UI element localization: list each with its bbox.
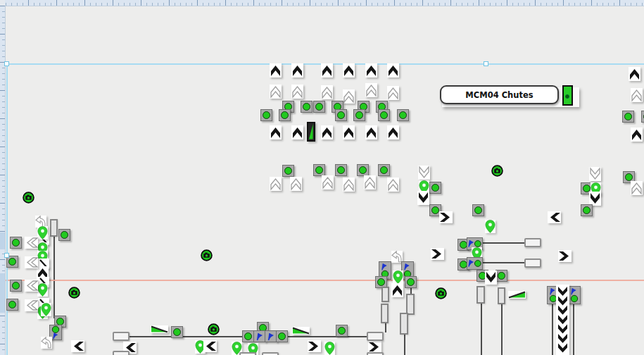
- chevron-up-outline-icon[interactable]: [321, 85, 333, 99]
- chevron-left-outline-icon[interactable]: [25, 256, 38, 268]
- status-dot[interactable]: [10, 237, 22, 249]
- chevron-up-icon[interactable]: [629, 67, 640, 81]
- chevron-up-outline-icon[interactable]: [270, 85, 282, 99]
- chevron-up-icon[interactable]: [391, 283, 403, 297]
- chevron-down-icon[interactable]: [485, 270, 497, 285]
- chevron-up-outline-icon[interactable]: [270, 177, 282, 191]
- status-dot[interactable]: [313, 164, 325, 176]
- chevron-left-icon[interactable]: [203, 340, 217, 352]
- chevron-up-icon[interactable]: [270, 125, 282, 139]
- mcm04-chutes-button[interactable]: MCM04 Chutes: [440, 85, 559, 104]
- status-dot[interactable]: [276, 330, 288, 342]
- camera-icon[interactable]: [491, 165, 503, 177]
- status-dot[interactable]: [58, 229, 70, 241]
- chevron-down-outline-icon[interactable]: [589, 167, 601, 181]
- chevron-up-icon[interactable]: [270, 63, 282, 77]
- location-pin-icon[interactable]: [324, 342, 335, 355]
- chevron-up-icon[interactable]: [291, 125, 303, 139]
- camera-icon[interactable]: [23, 192, 34, 204]
- conveyor-segment[interactable]: [381, 304, 389, 323]
- chevron-up-icon[interactable]: [387, 125, 399, 139]
- location-pin-icon[interactable]: [37, 226, 48, 239]
- chevron-column-down[interactable]: [556, 285, 569, 355]
- divert-status-tile[interactable]: [467, 257, 483, 270]
- selection-handle[interactable]: [4, 253, 9, 258]
- chevron-up-icon[interactable]: [631, 127, 643, 142]
- status-dot[interactable]: [353, 109, 365, 121]
- conveyor-segment[interactable]: [50, 219, 58, 237]
- chevron-left-outline-icon[interactable]: [25, 280, 38, 292]
- status-dot[interactable]: [335, 109, 347, 121]
- conveyor-segment[interactable]: [381, 287, 389, 302]
- chevron-up-outline-icon[interactable]: [290, 177, 302, 191]
- conveyor-endcap[interactable]: [239, 352, 256, 355]
- conveyor-endcap[interactable]: [524, 238, 541, 247]
- chevron-up-outline-icon[interactable]: [387, 178, 399, 192]
- chevron-right-icon[interactable]: [431, 248, 444, 260]
- door-indicator[interactable]: [562, 85, 573, 106]
- status-dot[interactable]: [260, 109, 272, 121]
- conveyor-segment[interactable]: [476, 286, 485, 304]
- location-pin-icon[interactable]: [41, 303, 51, 316]
- status-dot[interactable]: [378, 164, 390, 176]
- chevron-up-icon[interactable]: [365, 63, 377, 77]
- conveyor-segment[interactable]: [406, 294, 415, 315]
- ramp-indicator[interactable]: [292, 327, 310, 335]
- status-dot[interactable]: [6, 299, 18, 311]
- chevron-left-icon[interactable]: [548, 211, 561, 223]
- camera-icon[interactable]: [208, 323, 220, 335]
- design-canvas[interactable]: MCM04 Chutes: [0, 0, 644, 355]
- conveyor-endcap[interactable]: [262, 352, 279, 355]
- conveyor-endcap[interactable]: [367, 352, 384, 355]
- camera-icon[interactable]: [201, 249, 213, 261]
- status-dot[interactable]: [357, 164, 369, 176]
- conveyor-endcap[interactable]: [367, 332, 384, 341]
- chevron-up-icon[interactable]: [291, 63, 303, 77]
- red-guide-line[interactable]: [5, 280, 644, 281]
- chevron-left-outline-icon[interactable]: [25, 237, 38, 249]
- chevron-up-outline-icon[interactable]: [291, 85, 303, 99]
- chevron-up-outline-icon[interactable]: [322, 175, 334, 189]
- status-dot[interactable]: [10, 280, 22, 292]
- status-dot[interactable]: [171, 326, 183, 338]
- location-pin-icon[interactable]: [37, 283, 48, 297]
- status-dot[interactable]: [336, 325, 348, 337]
- chevron-right-icon[interactable]: [368, 341, 381, 353]
- location-pin-icon[interactable]: [485, 220, 495, 233]
- status-dot[interactable]: [242, 330, 254, 342]
- status-dot[interactable]: [378, 109, 390, 121]
- chevron-up-icon[interactable]: [321, 125, 333, 139]
- status-dot[interactable]: [279, 109, 291, 121]
- chevron-up-icon[interactable]: [343, 125, 355, 139]
- chevron-up-outline-icon[interactable]: [631, 181, 643, 195]
- selection-handle[interactable]: [484, 61, 488, 66]
- ramp-indicator[interactable]: [151, 325, 168, 333]
- conveyor-endcap[interactable]: [113, 351, 130, 355]
- conveyor-segment[interactable]: [400, 313, 408, 335]
- chevron-down-icon[interactable]: [589, 192, 601, 206]
- chevron-up-icon[interactable]: [365, 125, 377, 139]
- chevron-up-icon[interactable]: [321, 63, 333, 77]
- chevron-up-outline-icon[interactable]: [343, 178, 355, 192]
- status-dot[interactable]: [641, 111, 644, 123]
- chevron-up-icon[interactable]: [387, 63, 399, 77]
- diverter-bar-icon[interactable]: [307, 122, 315, 142]
- status-dot[interactable]: [581, 204, 593, 216]
- chevron-up-outline-icon[interactable]: [365, 83, 377, 97]
- location-pin-icon[interactable]: [393, 270, 403, 284]
- chevron-up-icon[interactable]: [343, 63, 355, 77]
- status-dot[interactable]: [301, 101, 312, 113]
- status-dot[interactable]: [495, 270, 507, 282]
- status-dot[interactable]: [472, 204, 484, 216]
- vertical-ruler[interactable]: [0, 6, 6, 355]
- chevron-down-icon[interactable]: [417, 191, 429, 205]
- camera-icon[interactable]: [68, 287, 80, 299]
- chevron-up-outline-icon[interactable]: [364, 175, 376, 189]
- chevron-down-outline-icon[interactable]: [418, 166, 430, 180]
- status-dot[interactable]: [429, 182, 441, 194]
- turn-arrow-icon[interactable]: [41, 337, 52, 349]
- camera-icon[interactable]: [435, 287, 447, 299]
- status-dot[interactable]: [335, 164, 347, 176]
- chevron-up-outline-icon[interactable]: [631, 88, 643, 102]
- chevron-right-icon[interactable]: [439, 211, 453, 223]
